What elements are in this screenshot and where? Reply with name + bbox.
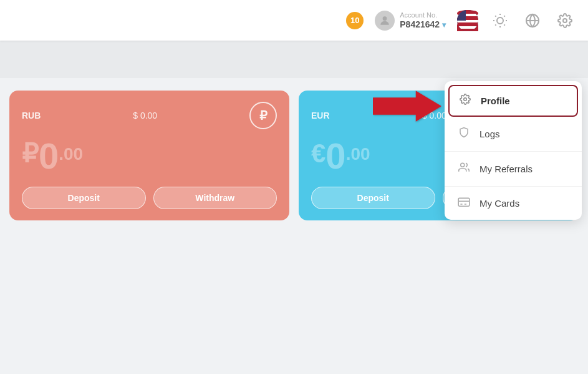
account-number: P8421642 ▾ [400, 19, 446, 29]
svg-point-15 [497, 17, 503, 24]
cards-label: My Cards [480, 198, 519, 209]
card-rub-withdraw-button[interactable]: Withdraw [153, 187, 277, 209]
card-rub-buttons: Deposit Withdraw [22, 187, 277, 209]
card-eur-whole: 0 [325, 138, 345, 174]
card-rub-symbol: ₽ [22, 140, 39, 167]
svg-line-18 [495, 16, 496, 16]
globe-icon[interactable] [522, 10, 543, 31]
svg-point-27 [464, 98, 467, 101]
card-rub-currency: RUB [22, 111, 41, 121]
dropdown-item-profile[interactable]: Profile [448, 85, 578, 117]
card-eur-symbol: € [311, 140, 325, 167]
notification-badge[interactable]: 10 [346, 12, 364, 29]
logs-icon [457, 127, 471, 141]
svg-line-22 [495, 24, 496, 25]
svg-line-23 [504, 16, 504, 16]
user-avatar-icon [375, 11, 395, 31]
cards-icon [457, 197, 471, 210]
account-dropdown-arrow[interactable]: ▾ [442, 21, 446, 29]
svg-line-19 [504, 24, 504, 25]
svg-point-25 [563, 19, 567, 22]
pointing-arrow [373, 87, 441, 125]
svg-rect-11 [457, 22, 478, 26]
referrals-label: My Referrals [480, 164, 533, 174]
referrals-icon [457, 162, 471, 176]
dropdown-item-logs[interactable]: Logs [445, 117, 582, 152]
card-rub-decimal: .00 [59, 145, 83, 163]
flag-icon[interactable] [457, 10, 478, 31]
account-label: Account No. [400, 11, 446, 19]
logs-label: Logs [480, 129, 500, 139]
card-eur-decimal: .00 [346, 145, 370, 163]
card-eur-deposit-button[interactable]: Deposit [311, 187, 435, 209]
dropdown-item-cards[interactable]: My Cards [445, 187, 582, 220]
card-rub-deposit-button[interactable]: Deposit [22, 187, 146, 209]
dropdown-item-referrals[interactable]: My Referrals [445, 152, 582, 187]
arrow-container [373, 87, 441, 125]
main-content: RUB $ 0.00 ₽ ₽ 0 .00 Deposit Withdraw EU… [0, 41, 588, 374]
card-rub-whole: 0 [39, 138, 59, 174]
card-rub: RUB $ 0.00 ₽ ₽ 0 .00 Deposit Withdraw [9, 91, 289, 220]
settings-icon[interactable] [554, 10, 576, 31]
svg-point-0 [383, 16, 387, 21]
dropdown-menu: Profile Logs My Referrals [445, 81, 582, 220]
card-rub-amount: ₽ 0 .00 [22, 138, 277, 174]
account-text: Account No. P8421642 ▾ [400, 11, 446, 29]
svg-point-28 [461, 163, 465, 167]
card-eur-currency: EUR [311, 111, 330, 121]
svg-marker-26 [373, 91, 441, 122]
svg-rect-29 [458, 198, 470, 206]
gray-bar [0, 41, 588, 78]
header: 10 Account No. P8421642 ▾ [0, 0, 588, 41]
account-info[interactable]: Account No. P8421642 ▾ [375, 11, 446, 31]
card-rub-usd: $ 0.00 [133, 111, 157, 121]
profile-icon [458, 94, 472, 108]
card-rub-icon: ₽ [249, 102, 277, 129]
card-rub-top: RUB $ 0.00 ₽ [22, 102, 277, 129]
profile-label: Profile [481, 96, 510, 106]
brightness-icon[interactable] [489, 10, 511, 31]
